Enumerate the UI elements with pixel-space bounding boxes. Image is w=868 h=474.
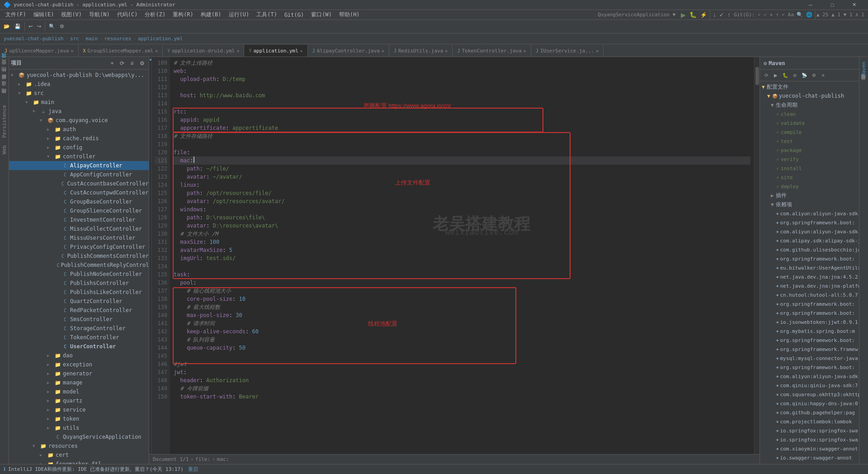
tab-close-3[interactable]: ✕ [300, 48, 303, 53]
maven-project-root[interactable]: ▼ 📦 yuecool-chat-publish [760, 91, 859, 100]
git-push-button[interactable]: ↑ [726, 9, 732, 20]
edge-tab-commit[interactable]: 提交 [0, 66, 9, 71]
git-update-button[interactable]: ↓ [711, 9, 717, 20]
tree-publishcommentsreply[interactable]: C PublishCommentsReplyController [9, 261, 149, 270]
menu-run[interactable]: 运行(U) [225, 10, 253, 19]
tree-publishcomments[interactable]: C PublishCommentsController [9, 251, 149, 261]
tab-upsliencemapper[interactable]: J upSlienceMapper.java ✕ [0, 45, 79, 57]
maven-dep-11[interactable]: ◆ org.springframework.boot: [760, 308, 859, 318]
maven-dep-25[interactable]: ◆ io.springfox:springfox-swa [760, 435, 859, 444]
tree-java[interactable]: ▼ ☕ java [9, 107, 149, 116]
menu-navigate[interactable]: 导航(N) [85, 10, 113, 19]
project-toolbar-sync[interactable]: ⟳ [117, 58, 127, 68]
maven-lifecycle-clean[interactable]: ⚡ clean [760, 109, 859, 118]
tree-cert[interactable]: ▶ 📁 cert [9, 450, 149, 460]
tree-storage[interactable]: C StorageController [9, 324, 149, 333]
tree-model[interactable]: ▶ 📁 model [9, 387, 149, 396]
tree-user[interactable]: C UserController [9, 342, 149, 351]
maven-dep-27[interactable]: ◆ io.swagger:swagger-annot [760, 453, 859, 462]
tab-close-6[interactable]: ✕ [524, 48, 526, 53]
tree-tokencontroller-tree[interactable]: C TokenController [9, 333, 149, 342]
edge-tab-maven[interactable]: Maven [860, 59, 868, 79]
menu-window[interactable]: 窗口(W) [307, 10, 335, 19]
tree-package[interactable]: ▼ 📦 com.quyang.voice [9, 116, 149, 125]
maven-dep-1[interactable]: ◆ org.springframework.boot: [760, 218, 859, 227]
maven-dep-23[interactable]: ◆ com.projectlombok:lombok [760, 417, 859, 426]
menu-code[interactable]: 代码(C) [113, 10, 142, 19]
menu-analyze[interactable]: 分析(Z) [141, 10, 169, 19]
undo-btn[interactable]: ↩ [27, 21, 34, 32]
maven-run-btn[interactable]: ▶ [771, 71, 780, 80]
menu-file[interactable]: 文件(F) [2, 10, 30, 19]
tab-redisutils[interactable]: J RedisUtils.java ✕ [389, 45, 453, 57]
menu-refactor[interactable]: 重构(R) [169, 10, 197, 19]
notification-restart-btn[interactable]: 重启 [188, 466, 198, 473]
maven-lifecycle-test[interactable]: ⚡ test [760, 137, 859, 146]
maven-lifecycle-verify[interactable]: ⚡ verify [760, 155, 859, 164]
tree-investment[interactable]: C InvestmentController [9, 215, 149, 224]
menu-help[interactable]: 帮助(H) [335, 10, 363, 19]
maven-deps-section[interactable]: ▼ 依赖项 [760, 200, 859, 209]
project-toolbar-settings[interactable]: ⚙ [137, 58, 147, 68]
close-button[interactable]: ✕ [844, 0, 864, 10]
maven-dep-0[interactable]: ◆ com.aliyun:aliyun-java-sdk- [760, 209, 859, 218]
maven-skip-tests-btn[interactable]: ⊘ [790, 71, 799, 80]
coverage-button[interactable]: ⚡ [698, 9, 709, 20]
edge-tab-analyzer[interactable]: 分析器 [0, 81, 9, 86]
edge-tab-build[interactable]: 构建 [0, 95, 9, 100]
maven-lifecycle-site[interactable]: ⚡ site [760, 173, 859, 182]
maven-dep-9[interactable]: ◆ cn.hutool:hutool-all:5.0.7 [760, 290, 859, 299]
tab-close-0[interactable]: ✕ [71, 48, 73, 53]
breadcrumb-resources[interactable]: resources [104, 36, 132, 42]
tree-generator[interactable]: ▶ 📁 generator [9, 369, 149, 378]
redo-btn[interactable]: ↪ [35, 21, 43, 32]
tree-groupbase[interactable]: C GroupBaseController [9, 197, 149, 206]
tree-idea[interactable]: ▶ 📁 .idea [9, 80, 149, 89]
tree-quyangservice[interactable]: C QuyangServiceApplication [9, 432, 149, 441]
tree-service-folder[interactable]: ▶ 📁 service [9, 405, 149, 414]
open-project-btn[interactable]: 📂 [2, 21, 12, 32]
edge-tab-bookmark[interactable]: 读点 [0, 88, 9, 93]
maven-dep-5[interactable]: ◆ org.springframework.boot: [760, 254, 859, 263]
maven-dep-10[interactable]: ◆ org.springframework.boot: [760, 299, 859, 308]
maven-config-section[interactable]: ▼ 配置文件 [760, 82, 859, 91]
tree-quartz-folder[interactable]: ▶ 📁 quartz [9, 396, 149, 405]
menu-build[interactable]: 构建(B) [197, 10, 225, 19]
maven-lifecycle-install[interactable]: ⚡ install [760, 164, 859, 173]
maven-dep-26[interactable]: ◆ com.xiaoymin:swagger-annot [760, 444, 859, 453]
tab-iuserservice[interactable]: J IUserService.ja... ✕ [531, 45, 604, 57]
tree-resources-folder[interactable]: ▼ 📁 resources [9, 441, 149, 450]
tree-custaccountbase[interactable]: C CustAccountbaseController [9, 179, 149, 188]
tree-groupslience[interactable]: C GroupSlienceController [9, 206, 149, 215]
maven-lifecycle-validate[interactable]: ⚡ validate [760, 118, 859, 128]
tree-missuusers[interactable]: C MissuUsersController [9, 233, 149, 242]
maven-lifecycle-deploy[interactable]: ⚡ deploy [760, 182, 859, 191]
save-all-btn[interactable]: 💾 [13, 21, 23, 32]
maven-dep-17[interactable]: ◆ org.springframework.boot: [760, 363, 859, 372]
tree-publishnosee[interactable]: C PublishNoSeeController [9, 270, 149, 279]
tab-alipaypay[interactable]: J AlipayController.java ✕ [308, 45, 389, 57]
breadcrumb-file[interactable]: application.yml [138, 36, 183, 42]
code-editor[interactable]: 声网配置 https://www.agora.io/cn/ 上传文件配置 线程池… [170, 57, 754, 454]
maven-dep-22[interactable]: ◆ com.github.pagehelper:pag [760, 408, 859, 417]
scrollbar-thumb[interactable] [755, 67, 759, 85]
menu-view[interactable]: 视图(V) [57, 10, 85, 19]
edge-tab-persistence[interactable]: Persistence [0, 102, 8, 141]
tab-application-yml[interactable]: Y application.yml ✕ [244, 45, 307, 57]
tree-custaccountpwd[interactable]: C CustAccountpwdController [9, 188, 149, 197]
tree-manage[interactable]: ▶ 📁 manage [9, 378, 149, 387]
tab-close-2[interactable]: ✕ [236, 48, 239, 53]
maven-dep-15[interactable]: ◆ org.springframework.framew [760, 345, 859, 354]
tree-exception[interactable]: ▶ 📁 exception [9, 360, 149, 369]
breadcrumb-src[interactable]: src [70, 36, 79, 42]
maven-plugins-section[interactable]: ▶ 插件 [760, 191, 859, 200]
tab-groupsliencemapper[interactable]: X GroupSlienceMapper.xml ✕ [79, 45, 163, 57]
code-container[interactable]: 109110111112113 114115116117118 11912012… [152, 57, 760, 454]
tree-token-folder[interactable]: ▶ 📁 token [9, 414, 149, 423]
maven-dep-6[interactable]: ◆ eu.bitwalker:UserAgentUtils [760, 263, 859, 272]
project-tree[interactable]: ▼ 📦 yuecool-chat-publish D:\webapps\y...… [9, 70, 149, 464]
run-button[interactable]: ▶ [679, 9, 688, 20]
editor-scrollbar[interactable] [754, 57, 760, 454]
menu-git[interactable]: Git(G) [281, 11, 307, 19]
menu-edit[interactable]: 编辑(E) [30, 10, 58, 19]
